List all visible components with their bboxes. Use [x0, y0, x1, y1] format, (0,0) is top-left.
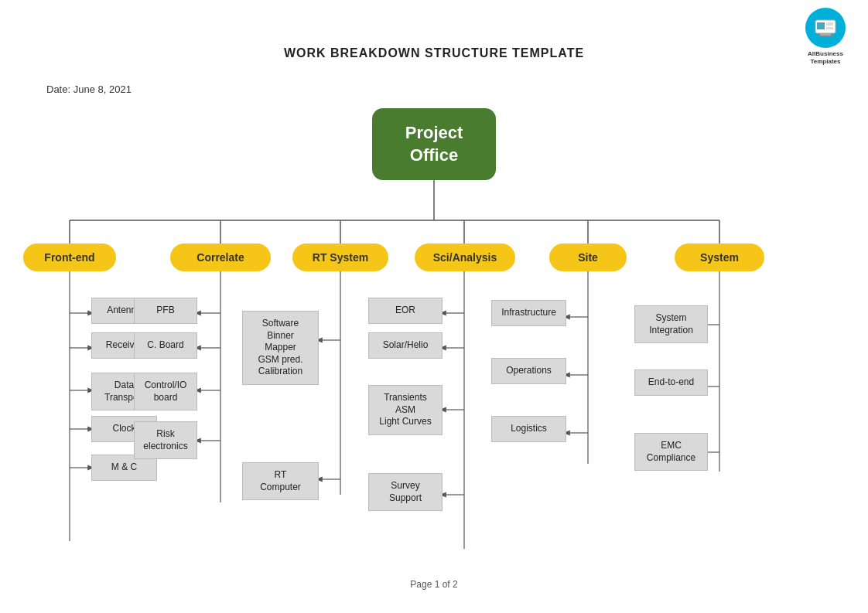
root-node: ProjectOffice — [372, 108, 496, 180]
corr-cboard: C. Board — [134, 332, 197, 359]
page-footer: Page 1 of 2 — [410, 579, 457, 590]
date-label: Date: June 8, 2021 — [46, 83, 132, 95]
svg-rect-2 — [818, 36, 833, 37]
corr-pfb: PFB — [134, 298, 197, 324]
sys-emc: EMCCompliance — [634, 433, 708, 471]
site-infra: Infrastructure — [491, 300, 566, 326]
sys-integration: SystemIntegration — [634, 305, 708, 343]
logo-area: AllBusinessTemplates — [798, 8, 853, 66]
level1-site: Site — [549, 243, 627, 271]
site-logistics: Logistics — [491, 416, 566, 442]
site-ops: Operations — [491, 358, 566, 384]
sci-survey: SurveySupport — [368, 473, 443, 511]
svg-rect-3 — [817, 22, 825, 29]
sci-transients: TransientsASMLight Curves — [368, 385, 443, 435]
level1-rtsystem: RT System — [292, 243, 388, 271]
sci-solar: Solar/Helio — [368, 332, 443, 359]
rt-computer: RTComputer — [242, 462, 319, 500]
logo-text: AllBusinessTemplates — [798, 50, 853, 66]
svg-rect-4 — [826, 22, 833, 26]
page-title: WORK BREAKDOWN STRUCTURE TEMPLATE — [0, 46, 868, 60]
sci-eor: EOR — [368, 298, 443, 324]
level1-correlate: Correlate — [170, 243, 271, 271]
level1-scianalysis: Sci/Analysis — [415, 243, 515, 271]
corr-controlio: Control/IOboard — [134, 373, 197, 410]
svg-rect-5 — [826, 27, 833, 29]
sys-endtoend: End-to-end — [634, 370, 708, 396]
level1-frontend: Front-end — [23, 243, 116, 271]
svg-rect-1 — [820, 33, 831, 36]
rt-software: SoftwareBinnerMapperGSM pred.Calibration — [242, 311, 319, 385]
corr-riskelectronics: Riskelectronics — [134, 421, 197, 459]
level1-system: System — [675, 243, 764, 271]
logo-icon — [805, 8, 846, 48]
